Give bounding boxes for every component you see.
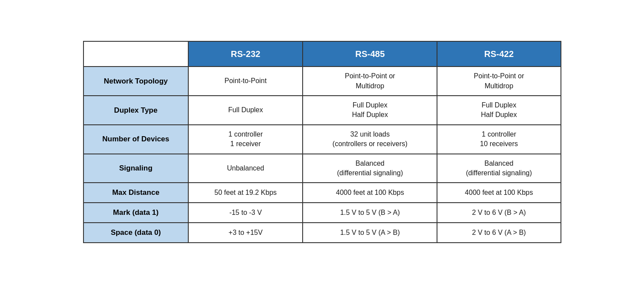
table-row: Mark (data 1)-15 to -3 V1.5 V to 5 V (B …	[83, 203, 561, 223]
cell-0-0: Point-to-Point	[188, 67, 303, 96]
cell-5-1: 1.5 V to 5 V (B > A)	[303, 203, 437, 223]
table-row: Duplex TypeFull DuplexFull DuplexHalf Du…	[83, 96, 561, 125]
comparison-table: RS-232 RS-485 RS-422 Network TopologyPoi…	[83, 41, 561, 243]
cell-3-1: Balanced(differential signaling)	[303, 154, 437, 183]
header-rs232: RS-232	[188, 41, 303, 67]
empty-header-cell	[83, 41, 189, 67]
row-label-1: Duplex Type	[83, 96, 189, 125]
table-row: Space (data 0)+3 to +15V1.5 V to 5 V (A …	[83, 223, 561, 243]
row-label-3: Signaling	[83, 154, 189, 183]
cell-1-1: Full DuplexHalf Duplex	[303, 96, 437, 125]
cell-2-2: 1 controller10 receivers	[437, 125, 561, 154]
header-rs422: RS-422	[437, 41, 561, 67]
cell-4-2: 4000 feet at 100 Kbps	[437, 183, 561, 203]
cell-5-2: 2 V to 6 V (B > A)	[437, 203, 561, 223]
table-row: Number of Devices1 controller1 receiver3…	[83, 125, 561, 154]
cell-6-0: +3 to +15V	[188, 223, 303, 243]
table-row: Network TopologyPoint-to-PointPoint-to-P…	[83, 67, 561, 96]
row-label-5: Mark (data 1)	[83, 203, 189, 223]
cell-2-1: 32 unit loads(controllers or receivers)	[303, 125, 437, 154]
cell-3-0: Unbalanced	[188, 154, 303, 183]
comparison-table-wrapper: RS-232 RS-485 RS-422 Network TopologyPoi…	[83, 41, 561, 243]
row-label-2: Number of Devices	[83, 125, 189, 154]
cell-5-0: -15 to -3 V	[188, 203, 303, 223]
table-row: SignalingUnbalancedBalanced(differential…	[83, 154, 561, 183]
cell-0-1: Point-to-Point orMultidrop	[303, 67, 437, 96]
cell-6-2: 2 V to 6 V (A > B)	[437, 223, 561, 243]
cell-6-1: 1.5 V to 5 V (A > B)	[303, 223, 437, 243]
cell-4-1: 4000 feet at 100 Kbps	[303, 183, 437, 203]
cell-2-0: 1 controller1 receiver	[188, 125, 303, 154]
row-label-0: Network Topology	[83, 67, 189, 96]
row-label-4: Max Distance	[83, 183, 189, 203]
header-rs485: RS-485	[303, 41, 437, 67]
header-row: RS-232 RS-485 RS-422	[83, 41, 561, 67]
cell-1-0: Full Duplex	[188, 96, 303, 125]
cell-4-0: 50 feet at 19.2 Kbps	[188, 183, 303, 203]
row-label-6: Space (data 0)	[83, 223, 189, 243]
table-row: Max Distance50 feet at 19.2 Kbps4000 fee…	[83, 183, 561, 203]
cell-0-2: Point-to-Point orMultidrop	[437, 67, 561, 96]
cell-1-2: Full DuplexHalf Duplex	[437, 96, 561, 125]
cell-3-2: Balanced(differential signaling)	[437, 154, 561, 183]
